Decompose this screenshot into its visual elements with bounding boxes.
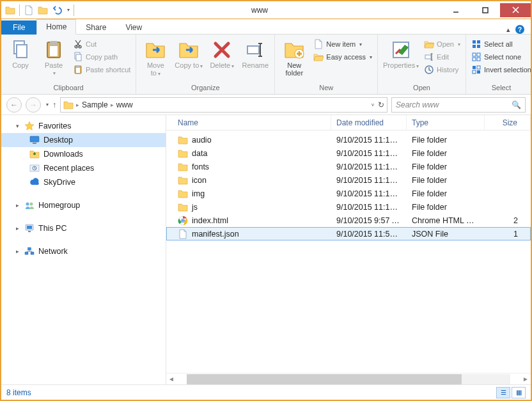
maximize-button[interactable] <box>471 3 500 17</box>
minimize-ribbon-icon[interactable]: ▴ <box>506 26 510 34</box>
easy-access-button[interactable]: Easy access▾ <box>312 51 373 63</box>
nav-downloads[interactable]: Downloads <box>1 147 166 161</box>
col-name[interactable]: Name <box>166 115 331 130</box>
crumb-current[interactable]: www <box>116 100 133 109</box>
help-icon[interactable]: ? <box>515 25 524 34</box>
tab-home[interactable]: Home <box>36 19 76 35</box>
nav-recent[interactable]: Recent places <box>1 161 166 175</box>
file-row[interactable]: audio9/10/2015 11:14 AMFile folder <box>166 133 531 146</box>
select-all-button[interactable]: Select all <box>470 38 532 50</box>
group-select: Select all Select none Invert selection … <box>466 35 532 94</box>
forward-button[interactable]: → <box>26 97 41 113</box>
folder-icon <box>178 135 188 145</box>
file-row[interactable]: manifest.json9/10/2015 11:51 AMJSON File… <box>166 227 531 240</box>
properties-button[interactable]: Properties▾ <box>382 38 420 70</box>
folder-icon <box>63 100 74 110</box>
paste-button[interactable]: Paste ▾ <box>38 38 69 77</box>
nav-homegroup[interactable]: ▸Homegroup <box>1 198 166 212</box>
file-date: 9/10/2015 11:16 AM <box>331 149 407 158</box>
group-organize-label: Organize <box>140 83 270 93</box>
tab-view[interactable]: View <box>116 20 152 35</box>
file-name: manifest.json <box>192 230 239 239</box>
search-input[interactable]: Search www 🔍 <box>391 97 526 113</box>
item-count: 8 items <box>6 388 31 397</box>
horizontal-scrollbar[interactable]: ◄ ► <box>166 373 531 384</box>
new-item-button[interactable]: New item▾ <box>312 38 373 50</box>
address-dropdown-icon[interactable]: v <box>372 102 374 107</box>
nav-thispc[interactable]: ▸This PC <box>1 221 166 235</box>
refresh-icon[interactable]: ↻ <box>378 100 384 109</box>
copy-button[interactable]: Copy <box>5 38 36 70</box>
file-size: 2 <box>485 216 531 225</box>
tab-share[interactable]: Share <box>76 20 116 35</box>
file-list[interactable]: audio9/10/2015 11:14 AMFile folderdata9/… <box>166 130 531 373</box>
nav-desktop[interactable]: Desktop <box>1 133 166 147</box>
nav-favorites[interactable]: ▾Favorites <box>1 119 166 133</box>
folder-icon <box>178 148 188 159</box>
group-select-label: Select <box>470 83 532 93</box>
folder-icon[interactable] <box>5 5 15 15</box>
file-area: Name Date modified Type Size audio9/10/2… <box>166 115 531 384</box>
svg-rect-39 <box>483 8 488 13</box>
paste-label: Paste <box>45 61 63 69</box>
col-date[interactable]: Date modified <box>331 115 407 130</box>
col-size[interactable]: Size <box>485 115 531 130</box>
file-date: 9/10/2015 11:16 AM <box>331 176 407 185</box>
delete-button[interactable]: Delete▾ <box>207 38 237 70</box>
minimize-button[interactable] <box>441 3 471 17</box>
file-row[interactable]: data9/10/2015 11:16 AMFile folder <box>166 146 531 160</box>
file-icon <box>178 229 188 239</box>
close-button[interactable] <box>500 3 531 17</box>
breadcrumb[interactable]: ▸Sample ▸www v ↻ <box>60 97 387 113</box>
file-name: data <box>192 149 207 158</box>
history-button[interactable]: History <box>423 64 462 75</box>
nav-skydrive[interactable]: SkyDrive <box>1 175 166 189</box>
group-open: Properties▾ Open▾ Edit History Open <box>378 35 466 94</box>
file-name: audio <box>192 136 212 145</box>
paste-shortcut-button[interactable]: Paste shortcut <box>72 64 132 75</box>
tab-file[interactable]: File <box>1 20 36 35</box>
qat-dropdown-icon[interactable]: ▾ <box>67 7 70 13</box>
copy-path-button[interactable]: Copy path <box>72 51 132 63</box>
file-row[interactable]: js9/10/2015 11:19 AMFile folder <box>166 200 531 214</box>
quick-access-toolbar: ▾ <box>1 4 78 16</box>
file-date: 9/10/2015 9:57 AM <box>331 216 407 225</box>
file-size: 1 <box>485 230 531 239</box>
navigation-pane[interactable]: ▾Favorites Desktop Downloads Recent plac… <box>1 115 166 384</box>
search-placeholder: Search www <box>396 100 439 109</box>
undo-icon[interactable] <box>52 5 62 15</box>
nav-network[interactable]: ▸Network <box>1 244 166 258</box>
folder-icon <box>178 162 188 172</box>
scroll-left-icon[interactable]: ◄ <box>166 375 176 382</box>
file-name: js <box>192 203 198 212</box>
select-none-button[interactable]: Select none <box>470 51 532 63</box>
file-row[interactable]: fonts9/10/2015 11:16 AMFile folder <box>166 160 531 173</box>
scroll-right-icon[interactable]: ► <box>520 375 531 382</box>
cut-button[interactable]: Cut <box>72 38 132 50</box>
open-button[interactable]: Open▾ <box>423 38 462 50</box>
file-row[interactable]: icon9/10/2015 11:16 AMFile folder <box>166 173 531 187</box>
crumb-parent[interactable]: Sample <box>82 100 108 109</box>
history-dropdown-icon[interactable]: ▾ <box>46 102 49 107</box>
scroll-thumb[interactable] <box>187 374 462 384</box>
col-type[interactable]: Type <box>407 115 485 130</box>
back-button[interactable]: ← <box>6 97 22 113</box>
up-button[interactable]: ↑ <box>52 100 56 109</box>
ribbon-tabs: File Home Share View ▴ ? <box>1 19 531 35</box>
group-open-label: Open <box>382 83 462 93</box>
folder-icon <box>178 202 188 212</box>
new-folder-icon[interactable] <box>38 5 48 15</box>
file-type: JSON File <box>407 230 485 239</box>
move-to-button[interactable]: Move to▾ <box>140 38 171 78</box>
thumbnails-view-button[interactable]: ▦ <box>512 387 526 398</box>
rename-button[interactable]: Rename <box>240 38 270 70</box>
copy-to-button[interactable]: Copy to▾ <box>173 38 204 70</box>
file-row[interactable]: img9/10/2015 11:19 AMFile folder <box>166 187 531 200</box>
details-view-button[interactable]: ☰ <box>496 387 510 398</box>
invert-selection-button[interactable]: Invert selection <box>470 64 532 75</box>
file-type: File folder <box>407 162 485 171</box>
new-folder-button[interactable]: New folder <box>279 38 309 78</box>
properties-icon[interactable] <box>24 5 34 15</box>
edit-button[interactable]: Edit <box>423 51 462 63</box>
file-row[interactable]: index.html9/10/2015 9:57 AMChrome HTML D… <box>166 214 531 227</box>
